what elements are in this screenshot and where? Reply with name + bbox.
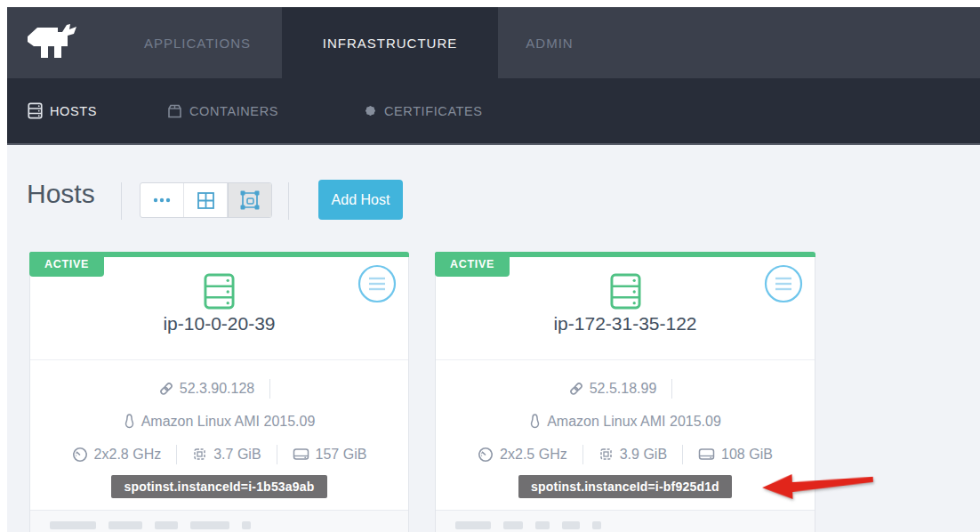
- divider: [682, 445, 683, 464]
- disk-icon: [293, 447, 309, 461]
- infrastructure-subnav: HOSTS CONTAINERS: [7, 78, 980, 145]
- list-view-button[interactable]: [141, 183, 184, 217]
- divider: [277, 445, 277, 464]
- rancher-logo[interactable]: [20, 20, 91, 65]
- host-server-icon: [610, 273, 641, 310]
- subnav-tab-label: CONTAINERS: [189, 104, 278, 118]
- host-memory: 3.9 GiB: [620, 447, 667, 463]
- host-memory: 3.7 GiB: [213, 447, 261, 463]
- nav-tab-applications[interactable]: APPLICATIONS: [139, 7, 256, 78]
- view-mode-toggle: [140, 182, 272, 218]
- machine-view-icon: [240, 190, 260, 210]
- host-card: ACTIVE ip-172-31-35-122: [435, 252, 815, 532]
- status-badge: ACTIVE: [435, 252, 510, 277]
- ellipsis-icon: [152, 197, 172, 204]
- clipped-footer-text: [50, 521, 408, 529]
- host-cpu: 2x2.8 GHz: [94, 447, 162, 463]
- linux-icon: [529, 414, 541, 429]
- main-navbar: APPLICATIONS INFRASTRUCTURE ADMIN: [7, 7, 980, 78]
- add-host-button[interactable]: Add Host: [318, 180, 403, 220]
- memory-chip-icon: [192, 447, 207, 462]
- memory-chip-icon: [598, 447, 614, 462]
- host-label-tag: spotinst.instanceId=i-1b53a9ab: [111, 475, 326, 498]
- host-os: Amazon Linux AMI 2015.09: [141, 414, 316, 430]
- divider: [121, 182, 122, 220]
- divider: [671, 379, 672, 399]
- link-icon: [159, 382, 173, 396]
- nav-tab-infrastructure[interactable]: INFRASTRUCTURE: [282, 7, 498, 78]
- status-badge: ACTIVE: [29, 252, 104, 277]
- linux-icon: [124, 414, 135, 429]
- host-card: ACTIVE ip-10-0-20-39: [29, 252, 409, 532]
- machine-view-button[interactable]: [228, 183, 271, 217]
- hamburger-menu-icon: [357, 264, 397, 303]
- host-name[interactable]: ip-10-0-20-39: [30, 313, 408, 335]
- container-icon: [167, 104, 182, 118]
- host-menu-button[interactable]: [357, 264, 397, 303]
- subnav-tab-certificates[interactable]: CERTIFICATES: [364, 78, 483, 143]
- disk-icon: [698, 447, 715, 461]
- divider: [288, 182, 289, 220]
- divider: [269, 379, 270, 399]
- host-storage: 108 GiB: [721, 447, 773, 463]
- divider: [582, 445, 583, 464]
- card-footer: [436, 510, 815, 532]
- grid-icon: [197, 191, 215, 210]
- host-os: Amazon Linux AMI 2015.09: [547, 414, 721, 430]
- clipped-footer-text: [455, 521, 815, 529]
- hamburger-menu-icon: [764, 264, 803, 303]
- host-cpu: 2x2.5 GHz: [500, 447, 567, 463]
- divider: [176, 445, 177, 464]
- subnav-tab-hosts[interactable]: HOSTS: [28, 78, 97, 143]
- host-storage: 157 GiB: [316, 447, 367, 463]
- rancher-app: APPLICATIONS INFRASTRUCTURE ADMIN HOSTS: [0, 0, 980, 532]
- host-label-tag: spotinst.instanceId=i-bf925d1d: [518, 475, 732, 498]
- host-ip: 52.3.90.128: [180, 381, 255, 397]
- card-footer: [30, 510, 408, 532]
- host-server-icon: [204, 273, 235, 310]
- subnav-tab-containers[interactable]: CONTAINERS: [167, 78, 278, 143]
- cpu-gauge-icon: [72, 447, 88, 463]
- host-ip: 52.5.18.99: [590, 381, 657, 397]
- host-menu-button[interactable]: [764, 264, 803, 303]
- page-title: Hosts: [27, 179, 95, 209]
- host-name[interactable]: ip-172-31-35-122: [436, 313, 815, 335]
- link-icon: [569, 382, 583, 396]
- cpu-gauge-icon: [478, 447, 494, 463]
- red-arrow-annotation: [759, 468, 877, 504]
- nav-tab-admin[interactable]: ADMIN: [505, 7, 594, 78]
- certificate-icon: [364, 104, 377, 117]
- subnav-tab-label: HOSTS: [50, 104, 97, 118]
- server-icon: [28, 102, 43, 119]
- cow-icon: [20, 20, 91, 65]
- grid-view-button[interactable]: [184, 183, 228, 217]
- subnav-tab-label: CERTIFICATES: [384, 104, 483, 118]
